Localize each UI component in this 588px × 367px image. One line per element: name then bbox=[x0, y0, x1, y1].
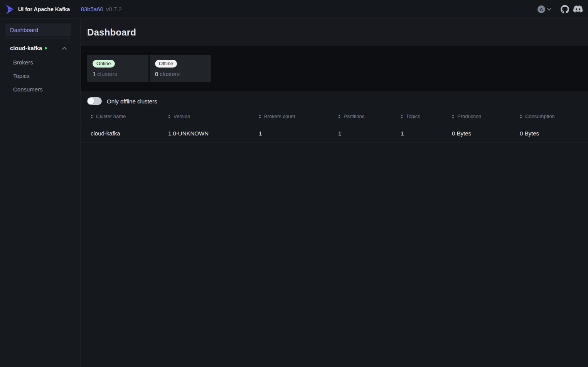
version-label: v0.7.2 bbox=[106, 6, 122, 12]
online-count-line: 1clusters bbox=[93, 71, 143, 77]
toggle-knob bbox=[88, 98, 94, 104]
offline-clusters-card: Offline 0clusters bbox=[150, 55, 211, 82]
offline-count-line: 0clusters bbox=[155, 71, 206, 77]
column-header-production[interactable]: Production bbox=[452, 110, 520, 124]
topbar: UI for Apache Kafka 83b5a60 v0.7.2 A bbox=[0, 0, 588, 19]
github-link[interactable] bbox=[561, 5, 573, 14]
page-title: Dashboard bbox=[87, 27, 136, 38]
sidebar-item-dashboard[interactable]: Dashboard bbox=[5, 24, 71, 36]
discord-icon bbox=[573, 5, 583, 13]
summary-band: Online 1clusters Offline 0clusters bbox=[81, 46, 588, 91]
sidebar-item-consumers[interactable]: Consumers bbox=[0, 83, 81, 96]
topbar-actions: A bbox=[537, 5, 583, 14]
page-header: Dashboard bbox=[81, 19, 588, 46]
cell-brokers-count: 1 bbox=[259, 124, 338, 143]
sort-icon bbox=[401, 115, 403, 118]
table-header-row: Cluster name Version Brokers count Parti… bbox=[81, 110, 588, 124]
app-logo-icon bbox=[4, 4, 15, 15]
online-count: 1 bbox=[93, 71, 96, 77]
online-count-suffix: clusters bbox=[97, 71, 117, 77]
sort-icon bbox=[168, 115, 170, 118]
online-status-badge: Online bbox=[93, 60, 115, 68]
column-header-partitions[interactable]: Partitions bbox=[338, 110, 401, 124]
user-menu[interactable]: A bbox=[537, 5, 551, 13]
cell-partitions: 1 bbox=[338, 124, 401, 143]
cell-topics: 1 bbox=[401, 124, 452, 143]
sidebar: Dashboard cloud-kafka Brokers Topics Con… bbox=[0, 19, 81, 367]
sidebar-item-brokers[interactable]: Brokers bbox=[0, 56, 81, 69]
offline-count: 0 bbox=[155, 71, 158, 77]
column-header-consumption[interactable]: Consumption bbox=[520, 110, 588, 124]
avatar: A bbox=[537, 5, 545, 13]
discord-link[interactable] bbox=[573, 5, 583, 13]
commit-link[interactable]: 83b5a60 bbox=[81, 6, 103, 12]
cell-cluster-name: cloud-kafka bbox=[81, 124, 168, 143]
content: Dashboard Online 1clusters Offline 0clus… bbox=[81, 19, 588, 367]
offline-count-suffix: clusters bbox=[160, 71, 180, 77]
sort-icon bbox=[259, 115, 261, 118]
offline-status-badge: Offline bbox=[155, 60, 177, 68]
clusters-table-section: Only offline clusters Cluster name Versi… bbox=[81, 91, 588, 367]
cell-version: 1.0-UNKNOWN bbox=[168, 124, 259, 143]
cluster-name: cloud-kafka bbox=[10, 45, 42, 51]
sort-icon bbox=[520, 115, 522, 118]
sort-icon bbox=[452, 115, 454, 118]
sidebar-cluster-toggle[interactable]: cloud-kafka bbox=[0, 39, 81, 55]
sidebar-item-topics[interactable]: Topics bbox=[0, 69, 81, 82]
chevron-down-icon bbox=[547, 8, 551, 11]
column-header-version[interactable]: Version bbox=[168, 110, 259, 124]
toggle-label: Only offline clusters bbox=[107, 98, 157, 105]
column-header-cluster-name[interactable]: Cluster name bbox=[81, 110, 168, 124]
main-layout: Dashboard cloud-kafka Brokers Topics Con… bbox=[0, 19, 588, 367]
chevron-up-icon bbox=[62, 47, 67, 50]
table-row: cloud-kafka 1.0-UNKNOWN 1 1 1 0 Bytes 0 … bbox=[81, 124, 588, 143]
cell-consumption: 0 Bytes bbox=[520, 124, 588, 143]
online-clusters-card: Online 1clusters bbox=[87, 55, 148, 82]
sort-icon bbox=[338, 115, 340, 118]
brand-name: UI for Apache Kafka bbox=[18, 6, 70, 12]
cluster-status-dot bbox=[45, 47, 47, 49]
column-header-brokers-count[interactable]: Brokers count bbox=[259, 110, 338, 124]
cluster-summary-cards: Online 1clusters Offline 0clusters bbox=[87, 55, 588, 82]
cell-production: 0 Bytes bbox=[452, 124, 520, 143]
only-offline-toggle[interactable] bbox=[87, 97, 102, 105]
column-header-topics[interactable]: Topics bbox=[401, 110, 452, 124]
github-icon bbox=[561, 5, 569, 14]
version-info: 83b5a60 v0.7.2 bbox=[81, 6, 121, 12]
toggle-row: Only offline clusters bbox=[81, 97, 588, 105]
sort-icon bbox=[91, 115, 93, 118]
app-window: UI for Apache Kafka 83b5a60 v0.7.2 A bbox=[0, 0, 588, 367]
brand: UI for Apache Kafka bbox=[4, 4, 70, 15]
clusters-table: Cluster name Version Brokers count Parti… bbox=[81, 110, 588, 143]
